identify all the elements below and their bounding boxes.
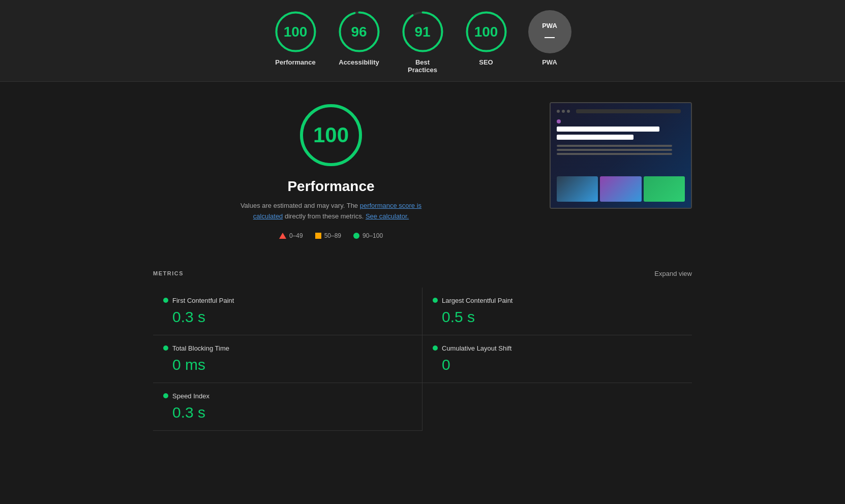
score-item-performance[interactable]: 100 Performance [274, 10, 317, 66]
pwa-dash: — [545, 32, 555, 42]
metric-si-value: 0.3 s [163, 404, 412, 421]
main-content: 100 Performance Values are estimated and… [143, 82, 702, 451]
preview-img-2 [600, 176, 641, 202]
metric-tbt-header: Total Blocking Time [163, 344, 412, 352]
performance-section: 100 Performance Values are estimated and… [153, 102, 692, 239]
metric-cls-name: Cumulative Layout Shift [442, 344, 511, 352]
performance-description: Values are estimated and may vary. The p… [239, 201, 422, 222]
preview-heading-2 [557, 135, 633, 140]
best-practices-score-label: BestPractices [408, 58, 437, 74]
score-item-accessibility[interactable]: 96 Accessibility [338, 10, 381, 66]
legend-orange-item: 50–89 [315, 232, 341, 239]
metric-tbt: Total Blocking Time 0 ms [153, 335, 422, 383]
preview-text-line-2 [557, 149, 672, 151]
metric-fcp-dot [163, 298, 168, 303]
metric-tbt-dot [163, 345, 168, 351]
legend-red-item: 0–49 [279, 232, 303, 239]
preview-img-3 [644, 176, 685, 202]
preview-text-line-1 [557, 145, 672, 147]
metric-fcp-name: First Contentful Paint [172, 297, 234, 304]
preview-browser-bar [557, 109, 685, 113]
preview-url-bar [576, 109, 681, 113]
legend-red-label: 0–49 [289, 232, 303, 239]
metric-si-name: Speed Index [172, 392, 209, 400]
score-circle-best-practices: 91 [401, 10, 444, 53]
pwa-score-label: PWA [542, 58, 557, 66]
preview-text-area [557, 119, 685, 169]
score-item-seo[interactable]: 100 SEO [465, 10, 508, 66]
score-circle-accessibility: 96 [338, 10, 381, 53]
preview-browser-dot-3 [567, 110, 570, 113]
top-scores-bar: 100 Performance 96 Accessibility 91 Best… [0, 0, 845, 82]
accessibility-score-label: Accessibility [339, 58, 379, 66]
big-performance-circle: 100 [298, 102, 364, 168]
metrics-section: METRICS Expand view First Contentful Pai… [153, 270, 692, 431]
metric-cls-dot [433, 345, 438, 351]
metric-cls-header: Cumulative Layout Shift [433, 344, 682, 352]
accessibility-score-value: 96 [351, 24, 367, 40]
performance-score-value: 100 [284, 24, 308, 40]
score-circle-performance: 100 [274, 10, 317, 53]
site-preview-frame [550, 102, 692, 209]
preview-heading-1 [557, 127, 659, 132]
metric-lcp: Largest Contentful Paint 0.5 s [422, 288, 692, 335]
legend-orange-icon [315, 233, 321, 239]
metric-fcp-header: First Contentful Paint [163, 297, 412, 304]
metric-si: Speed Index 0.3 s [153, 383, 422, 431]
preview-text-line-3 [557, 153, 672, 155]
seo-score-value: 100 [474, 24, 498, 40]
preview-img-1 [557, 176, 598, 202]
big-performance-value: 100 [313, 123, 349, 147]
metric-fcp: First Contentful Paint 0.3 s [153, 288, 422, 335]
legend-green-item: 90–100 [353, 232, 383, 239]
metric-lcp-name: Largest Contentful Paint [442, 297, 512, 304]
preview-browser-dot-1 [557, 110, 560, 113]
metric-lcp-dot [433, 298, 438, 303]
score-item-best-practices[interactable]: 91 BestPractices [401, 10, 444, 74]
legend-red-icon [279, 233, 286, 239]
score-circle-seo: 100 [465, 10, 508, 53]
see-calculator-link[interactable]: See calculator. [366, 212, 409, 220]
metric-si-header: Speed Index [163, 392, 412, 400]
metric-lcp-value: 0.5 s [433, 308, 682, 326]
preview-page-content [557, 119, 685, 169]
legend-green-icon [353, 233, 359, 239]
performance-score-label: Performance [275, 58, 315, 66]
metric-tbt-name: Total Blocking Time [172, 344, 229, 352]
pwa-label: PWA [542, 22, 557, 29]
pwa-circle: PWA — [528, 10, 571, 53]
preview-image-row [557, 176, 685, 202]
preview-browser-dot-2 [562, 110, 565, 113]
score-item-pwa[interactable]: PWA — PWA [528, 10, 571, 66]
seo-score-label: SEO [479, 58, 493, 66]
metrics-title: METRICS [153, 270, 184, 276]
metric-cls: Cumulative Layout Shift 0 [422, 335, 692, 383]
site-preview-panel [550, 102, 692, 209]
metric-tbt-value: 0 ms [163, 356, 412, 373]
performance-left-panel: 100 Performance Values are estimated and… [153, 102, 509, 239]
metrics-grid: First Contentful Paint 0.3 s Largest Con… [153, 288, 692, 431]
metric-cls-value: 0 [433, 356, 682, 373]
legend-orange-label: 50–89 [324, 232, 341, 239]
metric-si-dot [163, 393, 168, 398]
performance-title: Performance [287, 178, 374, 195]
best-practices-score-value: 91 [414, 24, 430, 40]
expand-view-button[interactable]: Expand view [654, 270, 692, 277]
preview-logo-dot [557, 119, 561, 123]
metrics-header: METRICS Expand view [153, 270, 692, 277]
score-legend: 0–49 50–89 90–100 [279, 232, 383, 239]
legend-green-label: 90–100 [363, 232, 383, 239]
metric-lcp-header: Largest Contentful Paint [433, 297, 682, 304]
site-preview-content [551, 103, 691, 208]
metric-fcp-value: 0.3 s [163, 308, 412, 326]
